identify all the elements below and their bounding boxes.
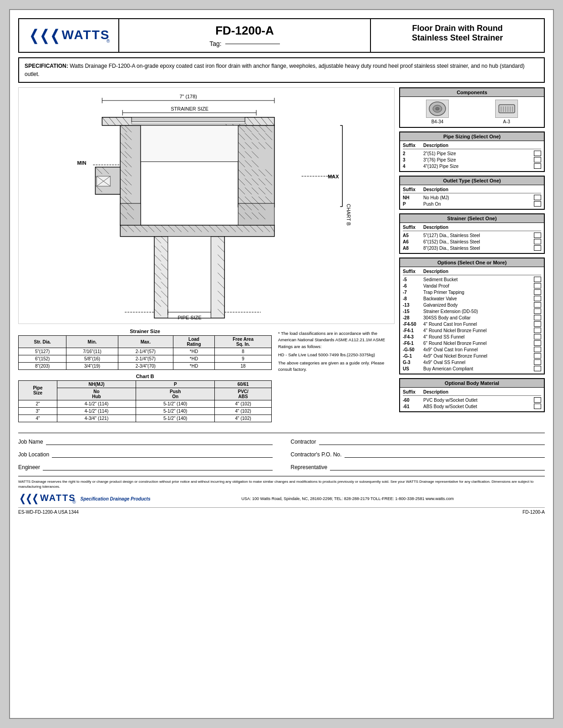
list-item: 33"(76) Pipe Size (403, 157, 541, 163)
checkbox[interactable] (534, 283, 541, 288)
header-title: Floor Drain with Round Stainless Steel S… (371, 19, 544, 52)
engineer-line (43, 463, 272, 470)
spec-label: SPECIFICATION: (25, 63, 68, 69)
guide-note: The above categories are given as a guid… (278, 360, 393, 373)
svg-rect-22 (132, 122, 245, 124)
title-line1: Floor Drain with Round (412, 24, 503, 33)
outlet-type-subheader: Suffix Description (403, 187, 541, 193)
list-item: 22"(51) Pipe Size (403, 150, 541, 157)
checkbox[interactable] (534, 201, 541, 207)
options-panel-header: Options (Select One or More) (400, 258, 544, 267)
desc-cell: Galvanized Body (423, 303, 532, 308)
svg-text:7" (178): 7" (178) (179, 94, 197, 99)
desc-cell: Trap Primer Tapping (423, 290, 532, 295)
list-item: -F4-14" Round Nickel Bronze Funnel (403, 327, 541, 334)
checkbox[interactable] (534, 195, 541, 200)
suffix-cell: A8 (403, 246, 423, 251)
list-item: A55"(127) Dia., Stainless Steel (403, 232, 541, 238)
checkbox[interactable] (534, 302, 541, 308)
tag-label: Tag: (209, 40, 221, 47)
table-cell: *HD (173, 348, 214, 355)
header: ❬❬❬ WATTS ® FD-1200-A Tag: Floor Drain w… (18, 18, 545, 53)
suffix-cell: -F4-3 (403, 334, 423, 339)
list-item: NHNo Hub (MJ) (403, 194, 541, 201)
svg-point-180 (436, 107, 439, 110)
chart-b-subh-pushon: PushOn (136, 388, 215, 400)
form-row-2: Job Location Contractor's P.O. No. (18, 450, 545, 458)
desc-cell: 4" Round SS Funnel (423, 334, 532, 339)
component-b4-34-label: B4-34 (426, 119, 449, 124)
checkbox[interactable] (534, 296, 541, 301)
product-title: Floor Drain with Round Stainless Steel S… (378, 24, 537, 43)
checkbox[interactable] (534, 359, 541, 365)
footer-chevrons-icon: ❬❬❬ (18, 493, 37, 505)
suffix-cell: -6 (403, 283, 423, 288)
strainer-size-table-section: Strainer Size Str. Dia. Min. Max. LoadRa… (18, 329, 272, 370)
col-str-dia: Str. Dia. (19, 336, 66, 348)
checkbox[interactable] (534, 245, 541, 251)
chart-b-title: Chart B (18, 374, 272, 379)
checkbox[interactable] (534, 239, 541, 244)
contractors-po-line (345, 450, 545, 458)
watts-reg: ® (107, 39, 110, 44)
pipe-sizing-suffix-col: Suffix (403, 143, 423, 148)
checkbox[interactable] (534, 366, 541, 371)
footer-watts-text: WATTS ® (40, 493, 76, 505)
desc-cell: Sediment Bucket (423, 277, 532, 282)
table-cell: 4" (102) (215, 408, 272, 415)
pipe-sizing-panel: Pipe Sizing (Select One) Suffix Descript… (399, 131, 545, 172)
svg-rect-21 (132, 117, 245, 122)
table-cell: 4" (102) (215, 400, 272, 408)
notes-section: * The load classifications are in accord… (276, 329, 395, 375)
checkbox[interactable] (534, 321, 541, 327)
svg-rect-169 (238, 203, 274, 225)
contractor-label: Contractor (291, 439, 316, 445)
representative-line (330, 463, 545, 470)
checkbox[interactable] (534, 315, 541, 320)
table-row: 3"4-1/2" (114)5-1/2" (140)4" (102) (19, 408, 272, 415)
job-name-field: Job Name (18, 438, 273, 445)
list-item: -5Sediment Bucket (403, 276, 541, 283)
list-item: -6Vandal Proof (403, 283, 541, 289)
representative-label: Representative (291, 464, 328, 470)
svg-rect-88 (141, 126, 238, 162)
checkbox[interactable] (534, 157, 541, 162)
engineer-label: Engineer (18, 464, 40, 470)
checkbox[interactable] (534, 277, 541, 282)
list-item: -60PVC Body w/Socket Outlet (403, 397, 541, 403)
lower-right: * The load classifications are in accord… (276, 329, 395, 426)
checkbox[interactable] (534, 151, 541, 156)
checkbox[interactable] (534, 328, 541, 333)
components-panel: Components B4-34 (399, 87, 545, 128)
optional-body-body: Suffix Description -60PVC Body w/Socket … (400, 388, 544, 411)
desc-cell: Strainer Extension (DD-50) (423, 309, 532, 314)
list-item: -G-504x9" Oval Cast Iron Funnel (403, 346, 541, 353)
checkbox[interactable] (534, 347, 541, 352)
footer-tagline: Specification Drainage Products (81, 496, 151, 501)
suffix-cell: -13 (403, 303, 423, 308)
suffix-cell: -G-1 (403, 354, 423, 359)
checkbox[interactable] (534, 163, 541, 169)
chart-b-col-6061: 60/61 (215, 381, 272, 388)
list-item: -28304SS Body and Collar (403, 314, 541, 321)
checkbox[interactable] (534, 233, 541, 238)
checkbox[interactable] (534, 308, 541, 314)
component-a3: A-3 (495, 100, 518, 124)
watts-name: WATTS (62, 28, 110, 42)
pipe-sizing-body: Suffix Description 22"(51) Pipe Size33"(… (400, 141, 544, 171)
optional-body-panel: Optional Body Material Suffix Descriptio… (399, 378, 545, 412)
checkbox[interactable] (534, 289, 541, 295)
watts-chevrons-icon: ❬❬❬ (28, 27, 59, 44)
header-logo: ❬❬❬ WATTS ® (19, 19, 119, 52)
suffix-cell: NH (403, 195, 423, 200)
checkbox[interactable] (534, 353, 541, 359)
tag-line: Tag: (126, 40, 363, 47)
checkbox[interactable] (534, 404, 541, 409)
footer-contact: USA: 100 Watts Road, Spindale, NC, 28160… (150, 496, 545, 501)
checkbox[interactable] (534, 334, 541, 339)
header-model: FD-1200-A Tag: (119, 19, 371, 52)
desc-cell: 8"(203) Dia., Stainless Steel (423, 246, 532, 251)
checkbox[interactable] (534, 340, 541, 346)
suffix-cell: -61 (403, 404, 423, 409)
checkbox[interactable] (534, 397, 541, 403)
